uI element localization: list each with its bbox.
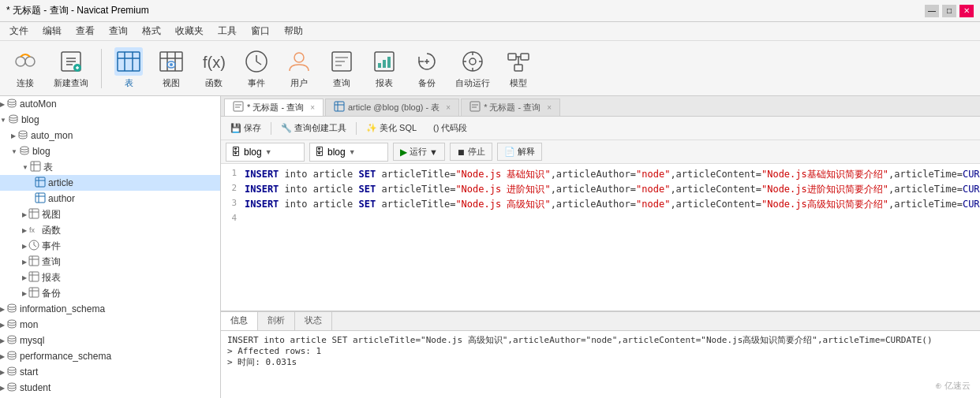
toolbar-item-view[interactable]: 视图	[152, 46, 190, 91]
db-icon-1: 🗄	[231, 147, 241, 158]
performance_schema-icon	[6, 350, 17, 363]
code-editor[interactable]: 1INSERT into article SET articleTitle="N…	[221, 164, 980, 311]
info-tab-信息[interactable]: 信息	[221, 312, 258, 330]
toolbar-item-event[interactable]: 事件	[238, 46, 275, 91]
toolbar-item-table[interactable]: 表	[110, 46, 148, 91]
svg-text:f(x): f(x)	[203, 54, 226, 71]
sidebar-item-blog[interactable]: ▼blog	[0, 112, 220, 128]
autorun-label: 自动运行	[455, 77, 490, 89]
sidebar-item-start[interactable]: ▶start	[0, 364, 220, 380]
information_schema-label: information_schema	[20, 303, 105, 314]
toolbar-item-function[interactable]: f(x)函数	[195, 46, 233, 91]
toolbar-item-query[interactable]: 查询	[323, 46, 361, 91]
tab-close-untitled2[interactable]: ×	[547, 103, 552, 112]
minimize-button[interactable]: —	[925, 5, 939, 17]
menu-item-编辑[interactable]: 编辑	[36, 23, 68, 39]
save-button[interactable]: 💾 保存	[226, 121, 266, 136]
menu-item-帮助[interactable]: 帮助	[278, 23, 309, 39]
table-icon	[114, 47, 143, 76]
connect-label: 连接	[17, 77, 34, 89]
toolbar-item-autorun[interactable]: 自动运行	[451, 46, 495, 91]
menu-item-窗口[interactable]: 窗口	[245, 23, 276, 39]
expand-arrow: ▶	[22, 274, 27, 281]
maximize-button[interactable]: □	[942, 5, 956, 17]
tab-untitled1[interactable]: * 无标题 - 查询×	[224, 99, 324, 116]
toolbar-separator-1	[101, 49, 102, 88]
menu-item-文件[interactable]: 文件	[3, 23, 35, 39]
menu-item-工具[interactable]: 工具	[211, 23, 243, 39]
menu-item-查询[interactable]: 查询	[103, 23, 134, 39]
create-tool-icon: 🔧	[281, 123, 292, 133]
sidebar-item-queries[interactable]: ▶查询	[0, 254, 220, 270]
close-button[interactable]: ✕	[959, 5, 974, 17]
information_schema-icon	[6, 303, 17, 316]
expand-arrow: ▶	[0, 306, 5, 313]
sidebar-item-student[interactable]: ▶student	[0, 380, 220, 396]
tab-untitled2[interactable]: * 无标题 - 查询×	[461, 99, 560, 116]
model-icon	[504, 47, 533, 76]
tab-icon-untitled2	[469, 101, 481, 114]
mysql-label: mysql	[20, 335, 44, 346]
sidebar-item-views[interactable]: ▶视图	[0, 206, 220, 222]
info-tab-剖析[interactable]: 剖析	[258, 312, 295, 330]
toolbar-item-report[interactable]: 报表	[365, 46, 403, 91]
sidebar-item-mon[interactable]: ▶mon	[0, 317, 220, 333]
menu-item-格式[interactable]: 格式	[136, 23, 167, 39]
sidebar-item-information_schema[interactable]: ▶information_schema	[0, 301, 220, 317]
sidebar-item-performance_schema[interactable]: ▶performance_schema	[0, 348, 220, 364]
sidebar-item-autoMon[interactable]: ▶autoMon	[0, 96, 220, 112]
sidebar-item-auto_mon[interactable]: ▶auto_mon	[0, 128, 220, 143]
menu-item-查看[interactable]: 查看	[69, 23, 101, 39]
svg-line-22	[256, 61, 261, 65]
tab-close-article-tab[interactable]: ×	[446, 103, 451, 112]
toolbar-item-user[interactable]: 用户	[280, 46, 318, 91]
toolbar-item-connect[interactable]: 连接	[6, 46, 44, 91]
run-button[interactable]: ▶ 运行 ▼	[393, 143, 445, 161]
function-icon: f(x)	[200, 47, 228, 76]
tab-close-untitled1[interactable]: ×	[310, 103, 315, 112]
info-tabs: 信息剖析状态	[221, 312, 980, 331]
queries-icon	[28, 255, 39, 269]
sidebar-item-functions[interactable]: ▶fx函数	[0, 222, 220, 238]
reports-label: 报表	[42, 271, 61, 285]
new-query-label: 新建查询	[54, 77, 88, 89]
db-arrow-2: ▼	[349, 148, 356, 156]
model-label: 模型	[510, 77, 527, 89]
info-tab-状态[interactable]: 状态	[295, 312, 332, 330]
explain-label: 解释	[518, 146, 535, 158]
beautify-button[interactable]: ✨ 美化 SQL	[361, 121, 421, 136]
sidebar-item-article[interactable]: article	[0, 175, 220, 191]
stop-button[interactable]: ⏹ 停止	[450, 143, 492, 161]
toolbar-item-backup[interactable]: 备份	[408, 46, 446, 91]
explain-button[interactable]: 📄 解释	[497, 143, 542, 161]
menu-item-收藏夹[interactable]: 收藏夹	[169, 23, 210, 39]
svg-point-23	[294, 53, 304, 62]
sidebar-item-events[interactable]: ▶事件	[0, 238, 220, 254]
info-panel: 信息剖析状态 INSERT into article SET articleTi…	[221, 311, 980, 398]
functions-label: 函数	[42, 224, 61, 237]
sidebar-item-backups[interactable]: ▶备份	[0, 285, 220, 301]
sidebar-item-reports[interactable]: ▶报表	[0, 270, 220, 285]
author-label: author	[48, 193, 75, 204]
run-label: 运行	[410, 146, 427, 158]
sidebar-item-mysql[interactable]: ▶mysql	[0, 333, 220, 348]
new-query-icon	[57, 47, 85, 76]
toolbar-item-model[interactable]: 模型	[499, 46, 537, 91]
code-snippet-button[interactable]: () 代码段	[426, 121, 472, 136]
sidebar-item-blog-db[interactable]: ▼blog	[0, 143, 220, 159]
blog-db-icon	[19, 145, 30, 158]
tab-article-tab[interactable]: article @blog (blog) - 表×	[325, 99, 459, 116]
toolbar-item-new-query[interactable]: 新建查询	[49, 46, 93, 91]
expand-arrow: ▶	[0, 322, 5, 329]
db-select-2[interactable]: 🗄 blog ▼	[309, 143, 388, 162]
svg-point-48	[21, 147, 28, 150]
svg-rect-52	[36, 177, 45, 187]
sidebar-item-author[interactable]: author	[0, 191, 220, 206]
db-select-1[interactable]: 🗄 blog ▼	[226, 143, 305, 162]
watermark-text: ⊕ 亿速云	[935, 380, 971, 392]
code-line-3: 3INSERT into article SET articleTitle="N…	[221, 197, 980, 212]
sidebar-item-tables[interactable]: ▼表	[0, 159, 220, 175]
code-line-1: 1INSERT into article SET articleTitle="N…	[221, 167, 980, 182]
reports-icon	[28, 271, 39, 285]
create-tool-button[interactable]: 🔧 查询创建工具	[276, 121, 351, 136]
